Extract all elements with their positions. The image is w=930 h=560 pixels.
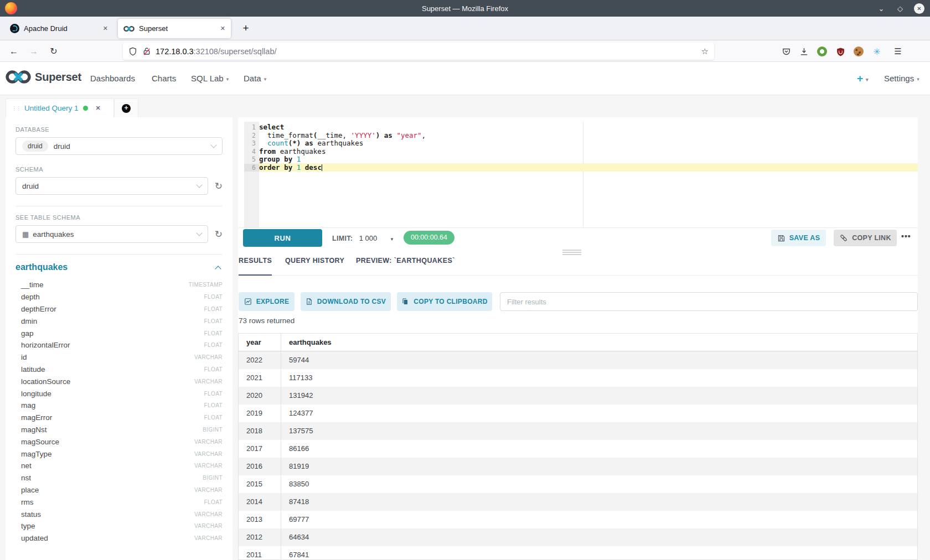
table-row[interactable]: 201487418 [239,493,917,511]
close-tab-icon[interactable]: ✕ [220,25,225,32]
filter-results-input[interactable] [500,292,918,311]
more-actions-button[interactable]: ••• [901,232,911,241]
table-grid-icon: ▦ [22,230,29,238]
table-select[interactable]: ▦ earthquakes [16,225,208,243]
close-query-tab-icon[interactable]: ✕ [96,105,101,112]
new-tab-button[interactable]: + [238,21,254,37]
schema-column-row: statusVARCHAR [16,508,223,520]
table-row[interactable]: 201681919 [239,458,917,475]
editor-code[interactable]: select time_format(__time, 'YYYY') as "y… [259,122,918,172]
column-type: VARCHAR [194,439,223,445]
window-titlebar: Superset — Mozilla Firefox ⌄ ◇ ✕ [0,0,930,17]
column-type: TIMESTAMP [189,282,223,288]
table-row[interactable]: 2018137575 [239,422,917,440]
browser-tab-druid[interactable]: Apache Druid ✕ [4,19,113,38]
browser-tab-superset[interactable]: Superset ✕ [118,19,231,38]
download-csv-button[interactable]: DOWNLOAD TO CSV [301,292,391,311]
table-row[interactable]: 2020131942 [239,387,917,405]
copy-link-button[interactable]: COPY LINK [834,230,897,246]
column-header-year[interactable]: year [239,334,281,351]
cookie-extension-icon[interactable] [852,45,865,58]
copy-clipboard-button[interactable]: COPY TO CLIPBOARD [397,292,492,311]
collapse-chevron-icon[interactable] [215,266,221,272]
database-label: DATABASE [16,126,223,133]
table-row[interactable]: 201369777 [239,511,917,528]
schema-value: druid [22,182,39,190]
explore-button[interactable]: EXPLORE [239,292,294,311]
url-input[interactable]: 172.18.0.3:32108/superset/sqllab/ ☆ [123,43,714,60]
close-tab-icon[interactable]: ✕ [103,25,108,32]
column-type: FLOAT [204,294,223,300]
query-timer-badge: 00:00:00.64 [404,231,454,245]
query-tab-title[interactable]: Untitled Query 1 [24,104,79,112]
table-row[interactable]: 202259744 [239,351,917,369]
column-header-earthquakes[interactable]: earthquakes [281,334,917,351]
table-row[interactable]: 201786166 [239,440,917,458]
results-tabs: RESULTS QUERY HISTORY PREVIEW: `EARTHQUA… [238,257,918,276]
limit-dropdown[interactable]: LIMIT: 1 000 ▾ [332,229,393,247]
schema-column-row: gapFLOAT [16,327,223,339]
cell-year: 2019 [239,405,281,422]
column-type: FLOAT [204,318,223,324]
cell-year: 2011 [239,546,281,560]
forward-button[interactable]: → [27,44,41,59]
table-section-title[interactable]: earthquakes [16,262,68,272]
drag-handle-icon[interactable]: ⋮⋮ [12,105,20,111]
table-row[interactable]: 2021117133 [239,369,917,387]
table-schema-label: SEE TABLE SCHEMA [16,214,223,221]
bookmark-star-icon[interactable]: ☆ [701,46,709,56]
privacy-badger-icon[interactable] [815,45,829,58]
gutter-line-number: 5 [244,155,259,164]
run-button[interactable]: RUN [243,229,322,247]
cell-year: 2017 [239,440,281,458]
column-name: magType [21,450,52,458]
window-minimize-icon[interactable]: ⌄ [876,4,886,13]
refresh-table-icon[interactable]: ↻ [208,229,223,240]
hamburger-menu-icon[interactable]: ☰ [891,45,905,58]
superset-logo[interactable]: Superset [6,70,81,84]
sql-editor[interactable]: 123456 select time_format(__time, 'YYYY'… [238,122,918,228]
settings-menu[interactable]: Settings▾ [884,62,919,95]
refresh-schema-icon[interactable]: ↻ [208,180,223,192]
browser-tab-label: Apache Druid [24,24,100,33]
window-maximize-icon[interactable]: ◇ [895,4,905,13]
back-button[interactable]: ← [7,44,21,59]
reload-button[interactable]: ↻ [46,44,61,59]
tab-preview-earthquakes[interactable]: PREVIEW: `EARTHQUAKES` [356,257,455,276]
add-new-button[interactable]: +▾ [857,62,869,95]
code-line: group by 1 [259,155,918,164]
pane-resize-handle[interactable] [562,250,581,256]
gutter-line-number: 4 [244,148,259,156]
nav-data[interactable]: Data▾ [244,62,266,95]
downloads-icon[interactable] [797,45,810,58]
column-type: FLOAT [204,499,223,505]
results-table-body: 2022597442021117133202013194220191243772… [239,351,917,560]
database-select[interactable]: druid druid [16,137,223,155]
query-tab[interactable]: ⋮⋮ Untitled Query 1 ✕ [6,98,114,117]
tab-query-history[interactable]: QUERY HISTORY [285,257,344,276]
superset-infinity-icon [6,70,31,84]
pocket-icon[interactable] [779,45,793,58]
table-row[interactable]: 201167841 [239,546,917,560]
cell-earthquakes: 124377 [281,405,917,422]
chevron-down-icon: ▾ [917,76,919,82]
nav-dashboards[interactable]: Dashboards [90,62,135,95]
tab-results[interactable]: RESULTS [239,257,272,276]
database-tag: druid [22,141,48,152]
table-row[interactable]: 201583850 [239,475,917,493]
ublock-icon[interactable] [834,45,847,58]
extension-asterisk-icon[interactable]: ✳ [870,45,884,58]
nav-sqllab[interactable]: SQL Lab▾ [191,62,229,95]
query-status-dot [83,106,88,111]
schema-column-row: magFLOAT [16,400,223,412]
shield-icon[interactable] [128,47,137,56]
window-close-icon[interactable]: ✕ [914,3,924,14]
table-row[interactable]: 201264634 [239,528,917,546]
schema-select[interactable]: druid [16,177,208,195]
cell-earthquakes: 117133 [281,369,917,387]
lock-broken-icon[interactable] [142,47,151,56]
add-query-tab-button[interactable]: + [114,98,138,117]
nav-charts[interactable]: Charts [152,62,176,95]
save-as-button[interactable]: SAVE AS [771,230,826,246]
table-row[interactable]: 2019124377 [239,405,917,422]
